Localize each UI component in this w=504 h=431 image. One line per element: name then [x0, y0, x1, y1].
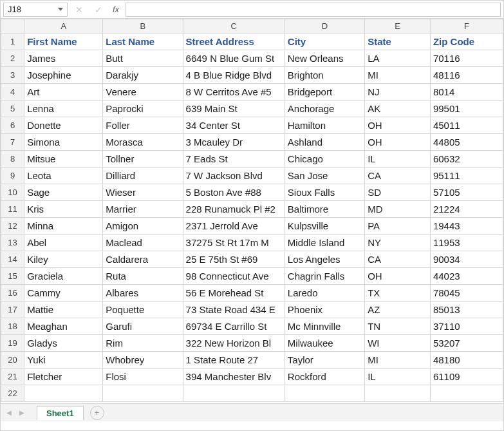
sheet-tab-active[interactable]: Sheet1: [37, 406, 84, 420]
cell[interactable]: 60632: [430, 151, 503, 168]
cell[interactable]: TX: [365, 285, 431, 302]
cell[interactable]: Darakjy: [103, 67, 183, 84]
cell[interactable]: Phoenix: [285, 302, 364, 318]
cell[interactable]: Simona: [24, 134, 103, 151]
cell[interactable]: CA: [365, 168, 431, 184]
cell[interactable]: 56 E Morehead St: [183, 285, 285, 302]
cell[interactable]: 5 Boston Ave #88: [183, 184, 285, 201]
cell[interactable]: Venere: [103, 84, 183, 101]
cell[interactable]: 34 Center St: [183, 117, 285, 134]
cell[interactable]: Poquette: [103, 302, 183, 318]
row-header[interactable]: 22: [1, 385, 24, 402]
cell[interactable]: MI: [365, 67, 431, 84]
cell[interactable]: Amigon: [103, 218, 183, 235]
dropdown-icon[interactable]: [58, 8, 63, 11]
cell[interactable]: 90034: [430, 251, 503, 268]
cell[interactable]: 73 State Road 434 E: [183, 302, 285, 318]
header-cell[interactable]: State: [365, 34, 431, 50]
row-header[interactable]: 9: [1, 168, 24, 184]
cell[interactable]: 61109: [430, 369, 503, 385]
cell[interactable]: 322 New Horizon Bl: [183, 335, 285, 352]
cell[interactable]: Kris: [24, 201, 103, 218]
cell[interactable]: Abel: [24, 235, 103, 251]
cell[interactable]: Mitsue: [24, 151, 103, 168]
cell[interactable]: 7 Eads St: [183, 151, 285, 168]
cell[interactable]: 8014: [430, 84, 503, 101]
cell[interactable]: 70116: [430, 50, 503, 67]
row-header[interactable]: 4: [1, 84, 24, 101]
row-header[interactable]: 21: [1, 369, 24, 385]
cell[interactable]: Middle Island: [285, 235, 364, 251]
cell[interactable]: PA: [365, 218, 431, 235]
row-header[interactable]: 5: [1, 101, 24, 117]
row-header[interactable]: 20: [1, 352, 24, 369]
cell[interactable]: Donette: [24, 117, 103, 134]
sheet-nav-next[interactable]: ►: [16, 406, 28, 420]
col-header-A[interactable]: A: [24, 19, 103, 34]
cell[interactable]: 4 B Blue Ridge Blvd: [183, 67, 285, 84]
cell[interactable]: Sioux Falls: [285, 184, 364, 201]
cell[interactable]: CA: [365, 251, 431, 268]
cell[interactable]: Yuki: [24, 352, 103, 369]
cell[interactable]: 25 E 75th St #69: [183, 251, 285, 268]
cell[interactable]: Laredo: [285, 285, 364, 302]
cell[interactable]: Brighton: [285, 67, 364, 84]
cell[interactable]: 2371 Jerrold Ave: [183, 218, 285, 235]
header-cell[interactable]: City: [285, 34, 364, 50]
cell[interactable]: 98 Connecticut Ave: [183, 268, 285, 285]
cell[interactable]: Mc Minnville: [285, 318, 364, 335]
cell[interactable]: Sage: [24, 184, 103, 201]
cell[interactable]: Bridgeport: [285, 84, 364, 101]
cell[interactable]: Cammy: [24, 285, 103, 302]
cell[interactable]: Dilliard: [103, 168, 183, 184]
cell[interactable]: AK: [365, 101, 431, 117]
row-header[interactable]: 11: [1, 201, 24, 218]
cell[interactable]: [183, 385, 285, 402]
cell[interactable]: Rim: [103, 335, 183, 352]
cell[interactable]: Chicago: [285, 151, 364, 168]
cell[interactable]: Los Angeles: [285, 251, 364, 268]
row-header[interactable]: 2: [1, 50, 24, 67]
cell[interactable]: Chagrin Falls: [285, 268, 364, 285]
cell[interactable]: Minna: [24, 218, 103, 235]
cell[interactable]: 37110: [430, 318, 503, 335]
cell[interactable]: 85013: [430, 302, 503, 318]
cell[interactable]: 1 State Route 27: [183, 352, 285, 369]
cell[interactable]: Ashland: [285, 134, 364, 151]
cell[interactable]: IL: [365, 151, 431, 168]
row-header[interactable]: 17: [1, 302, 24, 318]
cell[interactable]: OH: [365, 117, 431, 134]
cell[interactable]: Wieser: [103, 184, 183, 201]
cell[interactable]: 11953: [430, 235, 503, 251]
cell[interactable]: New Orleans: [285, 50, 364, 67]
cell[interactable]: 57105: [430, 184, 503, 201]
col-header-B[interactable]: B: [103, 19, 183, 34]
cell[interactable]: 639 Main St: [183, 101, 285, 117]
cell[interactable]: NY: [365, 235, 431, 251]
add-sheet-button[interactable]: +: [90, 406, 104, 420]
cell[interactable]: [430, 385, 503, 402]
cell[interactable]: 48180: [430, 352, 503, 369]
cell[interactable]: AZ: [365, 302, 431, 318]
cell[interactable]: LA: [365, 50, 431, 67]
cell[interactable]: Art: [24, 84, 103, 101]
cell[interactable]: Caldarera: [103, 251, 183, 268]
header-cell[interactable]: Zip Code: [430, 34, 503, 50]
spreadsheet-grid-wrap[interactable]: A B C D E F 1First NameLast NameStreet A…: [1, 19, 503, 403]
confirm-formula-button[interactable]: ✓: [91, 3, 106, 17]
cell[interactable]: James: [24, 50, 103, 67]
row-header[interactable]: 13: [1, 235, 24, 251]
cell[interactable]: Garufi: [103, 318, 183, 335]
cell[interactable]: 53207: [430, 335, 503, 352]
cell[interactable]: 6649 N Blue Gum St: [183, 50, 285, 67]
cell[interactable]: [285, 385, 364, 402]
cell[interactable]: Whobrey: [103, 352, 183, 369]
sheet-nav-prev[interactable]: ◄: [3, 406, 15, 420]
cell[interactable]: TN: [365, 318, 431, 335]
cell[interactable]: 44023: [430, 268, 503, 285]
cell[interactable]: [365, 385, 431, 402]
cell[interactable]: Marrier: [103, 201, 183, 218]
cell[interactable]: SD: [365, 184, 431, 201]
cell[interactable]: Fletcher: [24, 369, 103, 385]
cell[interactable]: 69734 E Carrillo St: [183, 318, 285, 335]
